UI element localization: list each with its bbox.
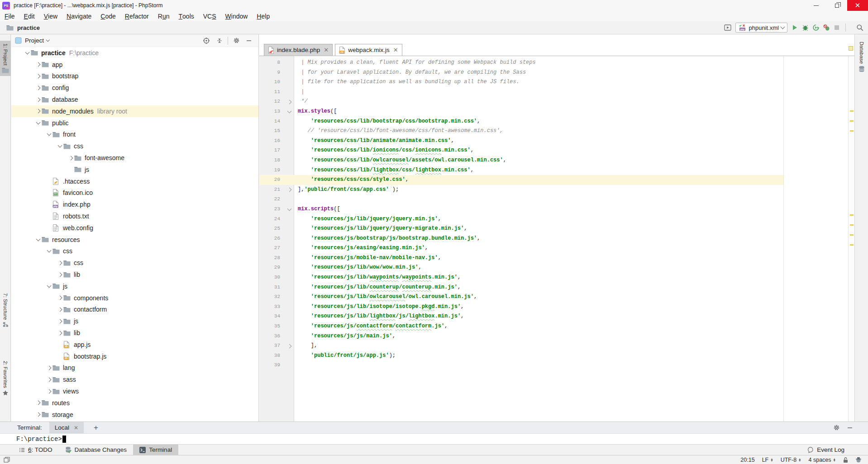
lock-icon[interactable]: [843, 457, 848, 463]
warning-mark[interactable]: [850, 234, 854, 236]
warning-mark[interactable]: [850, 244, 854, 246]
project-view-selector[interactable]: Project: [25, 37, 44, 44]
hide-panel-icon[interactable]: [246, 38, 252, 43]
line-separator-widget[interactable]: LF▲▼: [762, 457, 773, 463]
gear-icon[interactable]: [233, 37, 240, 44]
code-line[interactable]: 35 'resources/js/contactform/contactform…: [259, 322, 848, 331]
tree-chevron-down-icon[interactable]: [46, 133, 52, 135]
stop-button[interactable]: [834, 25, 839, 30]
tree-chevron-right-icon[interactable]: [57, 331, 63, 335]
tree-item[interactable]: font-awesome: [11, 152, 258, 164]
warning-mark[interactable]: [850, 130, 854, 132]
gear-icon[interactable]: [833, 424, 840, 431]
run-with-coverage-button[interactable]: [813, 24, 819, 31]
tree-chevron-right-icon[interactable]: [57, 261, 63, 265]
tree-item[interactable]: favicon.ico: [11, 187, 258, 199]
fold-end-icon[interactable]: [285, 97, 294, 107]
code-line[interactable]: 10 | file for the application as well as…: [259, 77, 848, 87]
code-line[interactable]: 34 'resources/js/lib/lightbox/js/lightbo…: [259, 312, 848, 322]
locate-file-icon[interactable]: [203, 37, 210, 44]
code-line[interactable]: 39: [259, 360, 848, 370]
code-line[interactable]: 22: [259, 194, 848, 204]
tree-chevron-right-icon[interactable]: [57, 308, 63, 311]
code-line[interactable]: 38 'public/front/js/app.js');: [259, 351, 848, 361]
tree-item[interactable]: phpindex.php: [11, 199, 258, 210]
code-line[interactable]: 28 'resources/js/mobile-nav/mobile-nav.j…: [259, 253, 848, 263]
tree-item[interactable]: front: [11, 129, 258, 141]
code-line[interactable]: 20 'resources/css/css/style.css',: [259, 175, 848, 185]
code-line[interactable]: 27 'resources/js/easing/easing.min.js',: [259, 243, 848, 253]
tree-item[interactable]: public: [11, 117, 258, 129]
tree-chevron-right-icon[interactable]: [46, 378, 52, 381]
code-line[interactable]: 13mix.styles([: [259, 107, 848, 117]
tree-item[interactable]: robots.txt: [11, 210, 258, 222]
run-button[interactable]: [792, 24, 798, 31]
tree-chevron-right-icon[interactable]: [35, 86, 42, 90]
tree-item[interactable]: css: [11, 246, 258, 257]
minimize-button[interactable]: [806, 0, 826, 11]
encoding-widget[interactable]: UTF-8▲▼: [781, 457, 801, 463]
stripe-tab-project[interactable]: 1: Project: [0, 41, 11, 76]
menu-window[interactable]: Window: [221, 11, 253, 21]
attach-debugger-button[interactable]: [823, 24, 830, 31]
tree-chevron-right-icon[interactable]: [35, 75, 42, 78]
stripe-tab-structure[interactable]: 7: Structure: [0, 290, 11, 330]
code-editor[interactable]: 8 | Mix provides a clean, fluent API for…: [259, 56, 854, 421]
event-log-button[interactable]: Event Log: [807, 446, 844, 453]
restore-button[interactable]: [826, 0, 847, 11]
menu-help[interactable]: Help: [252, 11, 274, 21]
fold-end-icon[interactable]: [285, 341, 294, 351]
debug-button[interactable]: [802, 24, 809, 31]
tree-chevron-right-icon[interactable]: [35, 98, 42, 101]
code-line[interactable]: 18 'resources/css/lib/owlcarousel/assets…: [259, 156, 848, 166]
tree-item[interactable]: JSbootstrap.js: [11, 350, 258, 362]
code-line[interactable]: 33 'resources/js/lib/isotope/isotope.pkg…: [259, 302, 848, 312]
tree-chevron-down-icon[interactable]: [46, 250, 52, 252]
code-line[interactable]: 11 |: [259, 87, 848, 97]
menu-view[interactable]: View: [39, 11, 62, 21]
tree-chevron-right-icon[interactable]: [35, 109, 42, 113]
tree-item[interactable]: js: [11, 280, 258, 292]
tree-chevron-down-icon[interactable]: [35, 122, 42, 124]
tree-item[interactable]: views: [11, 385, 258, 397]
code-line[interactable]: 9 | for your Laravel application. By def…: [259, 68, 848, 78]
code-line[interactable]: 23mix.scripts([: [259, 204, 848, 214]
tree-item[interactable]: lib: [11, 327, 258, 339]
fold-start-icon[interactable]: [285, 204, 294, 214]
code-line[interactable]: 26 'resources/js/bootstrap/js/bootstrap.…: [259, 234, 848, 244]
code-line[interactable]: 25 'resources/js/lib/jquery/jquery-migra…: [259, 224, 848, 234]
terminal-console[interactable]: F:\practice>: [0, 434, 868, 444]
code-line[interactable]: 8 | Mix provides a clean, fluent API for…: [259, 58, 848, 68]
tree-item[interactable]: resources: [11, 234, 258, 246]
close-button[interactable]: ✕: [847, 0, 868, 11]
tree-chevron-down-icon[interactable]: [35, 239, 42, 241]
hide-terminal-icon[interactable]: [847, 425, 853, 431]
tree-chevron-right-icon[interactable]: [35, 401, 42, 404]
tree-item[interactable]: storage: [11, 409, 258, 421]
fold-start-icon[interactable]: [285, 107, 294, 117]
tree-item[interactable]: contactform: [11, 304, 258, 316]
menu-edit[interactable]: Edit: [19, 11, 39, 21]
code-line[interactable]: 14 'resources/css/lib/bootstrap/css/boot…: [259, 117, 848, 127]
tree-item[interactable]: js: [11, 164, 258, 175]
fold-end-icon[interactable]: [285, 185, 294, 195]
tree-item[interactable]: node_moduleslibrary root: [11, 105, 258, 117]
tree-item[interactable]: sass: [11, 374, 258, 385]
close-icon[interactable]: ✕: [324, 47, 329, 53]
tree-item[interactable]: routes: [11, 397, 258, 409]
tree-item[interactable]: practiceF:\practice: [11, 47, 258, 59]
terminal-tab-local[interactable]: Local ✕: [49, 422, 84, 434]
tool-window-button-todo[interactable]: 6: TODO: [13, 445, 59, 455]
stripe-tab-database[interactable]: Database: [855, 39, 868, 75]
editor-tab-webpack.mix.js[interactable]: JSwebpack.mix.js✕: [335, 44, 402, 56]
editor-tab-index.blade.php[interactable]: index.blade.php✕: [264, 44, 333, 56]
menu-file[interactable]: File: [0, 11, 19, 21]
close-icon[interactable]: ✕: [74, 425, 78, 431]
menu-vcs[interactable]: VCS: [199, 11, 221, 21]
code-line[interactable]: 15 // 'resource/css/lib/font-awesome/css…: [259, 126, 848, 136]
tool-window-switcher-icon[interactable]: [4, 457, 10, 463]
tree-chevron-right-icon[interactable]: [57, 320, 63, 323]
tree-item[interactable]: lib: [11, 269, 258, 280]
error-stripe[interactable]: [848, 56, 854, 421]
show-run-panel-icon[interactable]: [724, 24, 731, 31]
